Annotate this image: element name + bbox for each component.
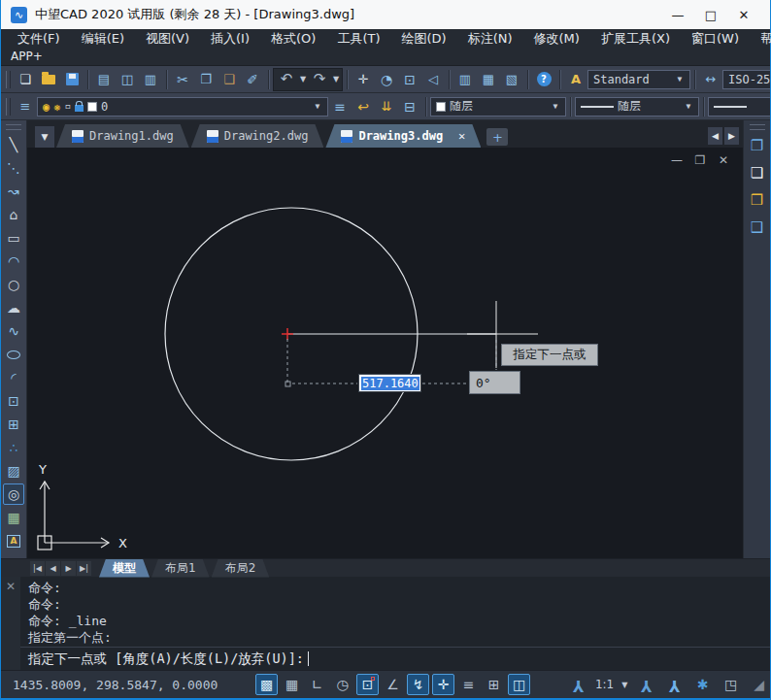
menu-item-6[interactable]: 绘图(D)	[391, 29, 457, 49]
layer-freeze-icon[interactable]: ❋	[53, 101, 60, 113]
doc-minimize-button[interactable]: —	[669, 153, 685, 167]
menu-item-app-plus[interactable]: APP+	[11, 50, 43, 63]
status-snap-toggle[interactable]: ▩	[255, 674, 278, 695]
tab-list-dropdown[interactable]: ▼	[35, 126, 54, 148]
chevron-down-icon[interactable]: ▼	[620, 681, 629, 689]
menu-item-4[interactable]: 格式(O)	[260, 29, 326, 49]
zoom-window-button[interactable]: ⊡	[398, 69, 421, 90]
menu-item-7[interactable]: 标注(N)	[457, 29, 523, 49]
close-tab-icon[interactable]: ✕	[458, 129, 465, 143]
draw-tool-table[interactable]: ▦	[3, 507, 24, 528]
layout-tab-模型[interactable]: 模型	[99, 559, 150, 578]
resize-grip-icon[interactable]: ◢	[754, 677, 764, 692]
paste-button[interactable]: ❑	[218, 69, 241, 90]
command-prompt-input[interactable]: 指定下一点或 [角度(A)/长度(L)/放弃(U)]:	[20, 647, 770, 670]
menu-item-3[interactable]: 插入(I)	[200, 29, 260, 49]
menu-item-8[interactable]: 修改(M)	[523, 29, 590, 49]
document-tab-1[interactable]: Drawing1.dwg	[56, 124, 189, 148]
layer-previous-button[interactable]: ↩	[352, 96, 375, 117]
close-button[interactable]: ✕	[727, 8, 760, 22]
doc-close-button[interactable]: ✕	[716, 153, 731, 167]
toolbar-grip[interactable]	[6, 124, 21, 130]
publish-button[interactable]: ▥	[139, 69, 162, 90]
paste-block-button[interactable]: ❑	[746, 216, 769, 239]
draw-tool-polygon[interactable]: ⌂	[3, 204, 24, 225]
status-grid-toggle[interactable]: ▦	[281, 674, 303, 695]
dim-style-select[interactable]: ISO-25	[722, 70, 770, 89]
annotation-visibility-button[interactable]: Y	[635, 674, 657, 695]
fullscreen-button[interactable]: ◳	[720, 674, 742, 695]
menu-item-11[interactable]: 帮助(H)	[750, 29, 771, 49]
layout-nav-last-button[interactable]: ▶|	[77, 561, 91, 576]
print-preview-button[interactable]: ◫	[116, 69, 139, 90]
status-angle-snap-toggle[interactable]: ∠	[382, 674, 404, 695]
draw-tool-revision-cloud[interactable]: ☁	[3, 297, 24, 318]
draw-tool-polyline[interactable]: ↝	[3, 181, 24, 202]
zoom-realtime-button[interactable]: ◔	[375, 69, 398, 90]
layout-nav-next-button[interactable]: ▶	[61, 561, 76, 576]
minimize-button[interactable]: —	[661, 8, 694, 22]
draw-tool-ellipse-arc[interactable]: ◜	[3, 367, 24, 388]
layer-unlock-icon[interactable]	[75, 105, 84, 112]
tool-palettes-button[interactable]: ▧	[500, 69, 523, 90]
status-polar-tracking-toggle[interactable]: ◷	[331, 674, 353, 695]
save-file-button[interactable]	[60, 69, 84, 90]
draw-tool-mtext[interactable]: A	[3, 530, 24, 551]
print-button[interactable]: ▤	[92, 69, 116, 90]
pan-button[interactable]: ✛	[352, 69, 375, 90]
new-tab-button[interactable]: +	[486, 128, 508, 146]
layer-new-vp-icon[interactable]: ▫	[64, 101, 71, 112]
layout-nav-prev-button[interactable]: ◀	[46, 561, 60, 576]
status-object-snap-tracking-toggle[interactable]: ↯	[407, 674, 429, 695]
zoom-previous-button[interactable]: ◁	[421, 69, 445, 90]
status-lineweight-display-toggle[interactable]: ≡	[457, 674, 480, 695]
toolbar-grip[interactable]	[6, 71, 11, 88]
toolbar-grip[interactable]	[750, 124, 765, 130]
text-style-select[interactable]: Standard ▼	[587, 70, 690, 89]
menu-item-1[interactable]: 编辑(E)	[71, 29, 135, 49]
menu-item-5[interactable]: 工具(T)	[326, 29, 390, 49]
layer-on-bulb-icon[interactable]: ◉	[43, 101, 50, 113]
doc-restore-button[interactable]: ❐	[692, 153, 708, 167]
toolbar-grip[interactable]	[6, 98, 11, 116]
layer-states-button[interactable]: ≡	[328, 96, 352, 117]
status-object-snap-toggle[interactable]: ⊡	[356, 674, 379, 695]
open-file-button[interactable]	[37, 69, 60, 90]
layer-select[interactable]: ◉ ❋ ▫ 0 ▼	[37, 97, 328, 117]
document-tab-2[interactable]: Drawing2.dwg	[191, 124, 324, 148]
layout-tab-布局1[interactable]: 布局1	[151, 559, 210, 578]
text-style-button[interactable]: A	[564, 69, 587, 90]
redo-dropdown[interactable]: ▼	[331, 75, 341, 83]
auto-annotation-button[interactable]: Y	[663, 674, 686, 695]
draw-tool-circle[interactable]: ○	[3, 274, 24, 295]
dynamic-input-length-field[interactable]: 517.1640	[358, 374, 421, 392]
cut-button[interactable]: ✂	[171, 69, 194, 90]
menu-item-9[interactable]: 扩展工具(X)	[590, 29, 681, 49]
maximize-button[interactable]: □	[694, 8, 727, 22]
tab-scroll-right-button[interactable]: ▶	[724, 127, 739, 145]
draw-tool-construction-line[interactable]: ⋱	[3, 157, 24, 179]
draw-tool-point[interactable]: ∴	[3, 437, 24, 458]
undo-dropdown[interactable]: ▼	[298, 75, 308, 83]
draw-tool-ellipse[interactable]	[3, 344, 24, 365]
help-button[interactable]: ?	[532, 69, 555, 90]
draw-tool-line[interactable]: ╲	[3, 134, 24, 155]
layer-isolate-button[interactable]: ⇊	[375, 96, 398, 117]
command-panel-close-icon[interactable]: ✕	[6, 580, 16, 593]
status-selection-cycling-toggle[interactable]: ⊞	[483, 674, 505, 695]
draw-tool-make-block[interactable]: ⊞	[3, 414, 24, 435]
draw-tool-insert-block[interactable]: ⊡	[3, 390, 24, 412]
draw-tool-rectangle[interactable]: ▭	[3, 227, 24, 249]
menu-item-2[interactable]: 视图(V)	[135, 29, 200, 49]
menu-item-0[interactable]: 文件(F)	[7, 29, 71, 49]
properties-palette-button[interactable]: ▥	[453, 69, 477, 90]
lineweight-control-select[interactable]	[708, 97, 770, 117]
status-viewport-toggle-toggle[interactable]: ◫	[508, 674, 530, 695]
menu-item-10[interactable]: 窗口(W)	[681, 29, 750, 49]
copy-clip-button[interactable]: ❐	[746, 134, 769, 157]
design-center-button[interactable]: ▦	[477, 69, 500, 90]
linetype-control-select[interactable]: 随层 ▼	[575, 97, 699, 117]
layout-tab-布局2[interactable]: 布局2	[212, 559, 270, 578]
new-file-button[interactable]: ❏	[14, 69, 37, 90]
undo-button[interactable]: ↶	[275, 69, 298, 90]
